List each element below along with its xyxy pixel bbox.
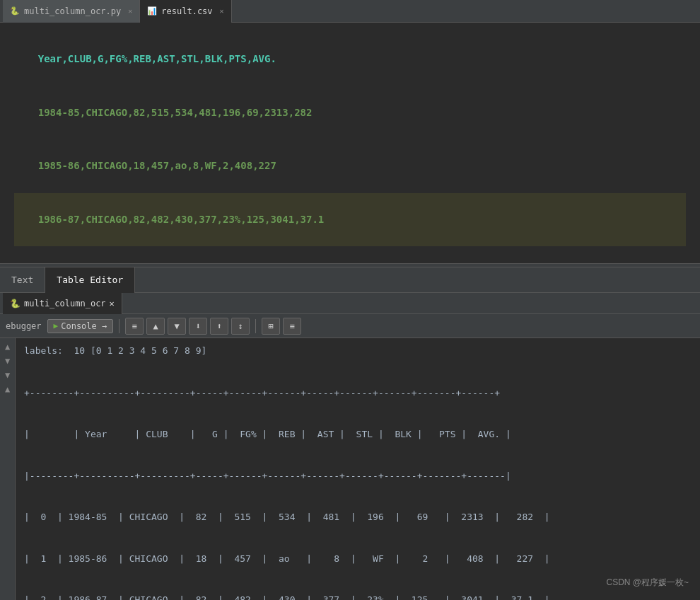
tab-csv-label: result.csv	[161, 6, 212, 16]
sidebar-arrow-down[interactable]: ▼	[1, 355, 15, 367]
csv-header-text: Year,CLUB,G,FG%,REB,AST,STL,BLK,PTS,AVG.	[38, 53, 276, 64]
sidebar-arrow-down2[interactable]: ▼	[1, 369, 15, 381]
tab-bar: 🐍 multi_column_ocr.py ✕ 📊 result.csv ✕	[0, 0, 700, 23]
tab-py-close[interactable]: ✕	[128, 7, 132, 15]
toolbar: ebugger ▶ Console → ≡ ▲ ▼ ⬇ ⬆ ↕ ⊞ ≡	[0, 314, 700, 338]
tab-table-editor[interactable]: Table Editor	[45, 267, 135, 293]
table-row-2: | 2 | 1986-87 | CHICAGO | 82 | 482 | 430…	[24, 593, 692, 600]
tab-py[interactable]: 🐍 multi_column_ocr.py ✕	[3, 0, 140, 23]
toolbar-btn-list[interactable]: ≡	[283, 318, 301, 335]
console-label: Console →	[61, 321, 107, 331]
bottom-panel: Text Table Editor 🐍 multi_column_ocr ✕ e…	[0, 267, 700, 600]
debugger-text: ebugger	[6, 321, 42, 331]
console-area: ▲ ▼ ▼ ▲ labels: 10 [0 1 2 3 4 5 6 7 8 9]…	[0, 338, 700, 600]
watermark: CSDN @程序媛一枚~	[606, 577, 689, 589]
csv-row-3: 1987-88,CHICAGO,82,535,449,485,259,131,2…	[14, 246, 686, 263]
tab-py-label: multi_column_ocr.py	[24, 6, 121, 16]
mode-tabs: Text Table Editor	[0, 267, 700, 293]
file-sub-tab-close[interactable]: ✕	[110, 299, 115, 308]
toolbar-sep-2	[255, 319, 256, 333]
play-icon: ▶	[54, 321, 59, 330]
file-sub-tab-icon: 🐍	[10, 299, 21, 308]
toolbar-btn-down[interactable]: ▼	[168, 318, 186, 335]
csv-row-0: 1984-85,CHICAGO,82,515,534,481,196,69,23…	[14, 86, 686, 140]
csv-row-2-text: 1986-87,CHICAGO,82,482,430,377,23%,125,3…	[38, 214, 325, 225]
csv-editor[interactable]: Year,CLUB,G,FG%,REB,AST,STL,BLK,PTS,AVG.…	[0, 23, 700, 263]
toolbar-btn-sort[interactable]: ↕	[231, 318, 250, 335]
toolbar-btn-grid[interactable]: ⊞	[262, 318, 280, 335]
table-header: | | Year | CLUB | G | FG% | REB | AST | …	[24, 427, 692, 442]
toolbar-btn-down2[interactable]: ⬇	[189, 318, 207, 335]
csv-header-line: Year,CLUB,G,FG%,REB,AST,STL,BLK,PTS,AVG.	[14, 33, 686, 86]
csv-icon: 📊	[147, 6, 157, 16]
left-sidebar: ▲ ▼ ▼ ▲	[0, 338, 16, 600]
table-output: +--------+----------+---------+-----+---…	[24, 359, 692, 600]
csv-row-2: 1986-87,CHICAGO,82,482,430,377,23%,125,3…	[14, 193, 686, 247]
tab-text-label: Text	[11, 275, 33, 285]
csv-row-1-text: 1985-86,CHICAGO,18,457,ao,8,WF,2,408,227	[38, 160, 276, 171]
toolbar-sep-1	[119, 319, 119, 333]
table-header-sep: |--------+----------+---------+-----+---…	[24, 469, 692, 483]
toolbar-btn-up[interactable]: ▲	[146, 318, 165, 335]
console-button[interactable]: ▶ Console →	[47, 319, 114, 333]
tab-csv[interactable]: 📊 result.csv ✕	[140, 0, 231, 23]
tab-table-editor-label: Table Editor	[57, 275, 123, 285]
sidebar-arrow-up[interactable]: ▲	[1, 341, 15, 352]
file-sub-tab-label: multi_column_ocr	[24, 299, 106, 308]
sidebar-arrow-up2[interactable]: ▲	[1, 383, 15, 395]
debugger-label[interactable]: ebugger	[6, 321, 42, 331]
labels-line: labels: 10 [0 1 2 3 4 5 6 7 8 9]	[24, 344, 692, 359]
table-sep-top: +--------+----------+---------+-----+---…	[24, 386, 692, 400]
file-tab-bar: 🐍 multi_column_ocr ✕	[0, 293, 700, 314]
table-row-1: | 1 | 1985-86 | CHICAGO | 18 | 457 | ao …	[24, 552, 692, 566]
toolbar-btn-up2[interactable]: ⬆	[210, 318, 228, 335]
toolbar-btn-menu[interactable]: ≡	[125, 318, 144, 335]
csv-row-1: 1985-86,CHICAGO,18,457,ao,8,WF,2,408,227	[14, 139, 686, 193]
file-sub-tab-py[interactable]: 🐍 multi_column_ocr ✕	[3, 293, 122, 314]
py-icon: 🐍	[10, 6, 20, 16]
table-row-0: | 0 | 1984-85 | CHICAGO | 82 | 515 | 534…	[24, 510, 692, 524]
tab-csv-close[interactable]: ✕	[220, 7, 224, 15]
tab-text[interactable]: Text	[0, 267, 45, 293]
console-output[interactable]: labels: 10 [0 1 2 3 4 5 6 7 8 9] +------…	[16, 338, 700, 600]
csv-row-0-text: 1984-85,CHICAGO,82,515,534,481,196,69,23…	[38, 107, 313, 118]
